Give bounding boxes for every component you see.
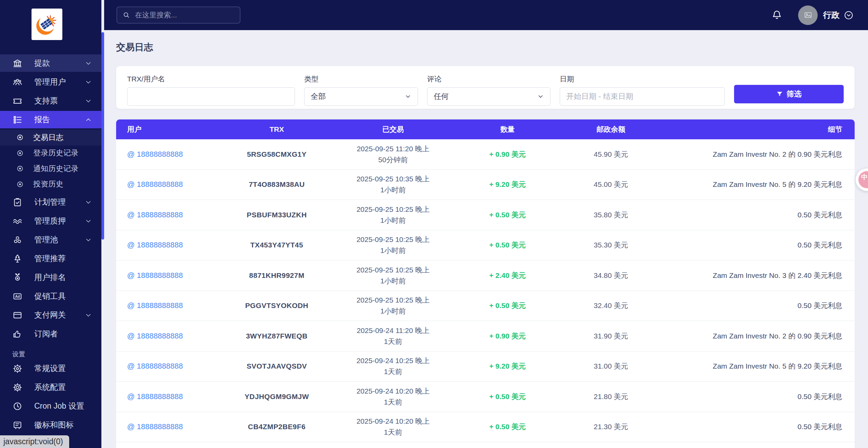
user-link[interactable]: @ 18888888888	[127, 301, 183, 310]
transaction-ago: 50分钟前	[330, 154, 456, 165]
table-cell: Zam Zam Investr No. 5 的 9.20 美元利息	[662, 180, 855, 189]
users-icon	[12, 77, 23, 87]
sidebar-item-logo-and-icons[interactable]: 徽标和图标	[0, 416, 101, 434]
sidebar-item-label: 通知历史记录	[33, 164, 92, 174]
bank-icon	[12, 58, 23, 68]
translate-zh-glyph: 中	[861, 173, 868, 182]
user-link[interactable]: @ 18888888888	[127, 362, 183, 370]
sidebar-item-support-tickets[interactable]: 支持票	[0, 92, 101, 110]
chevron-down-icon	[84, 59, 92, 67]
filter-button[interactable]: 筛选	[734, 85, 844, 103]
transaction-ago: 1小时前	[330, 306, 456, 317]
sidebar-menu: 提款管理用户支持票报告交易日志登录历史记录通知历史记录投资历史计划管理管理质押管…	[0, 53, 101, 435]
chevron-down-icon	[84, 311, 92, 319]
user-link[interactable]: @ 18888888888	[127, 392, 183, 401]
table-cell: + 0.90 美元	[456, 150, 559, 159]
sidebar-item-notification-history[interactable]: 通知历史记录	[0, 161, 101, 177]
sidebar-item-manage-staking[interactable]: 管理质押	[0, 212, 101, 230]
clock-icon	[12, 401, 23, 411]
date-range-input[interactable]	[566, 92, 718, 101]
table-cell: 3WYHZ87FWEQB	[223, 332, 331, 340]
table-cell: + 0.50 美元	[456, 301, 559, 310]
table-cell: 35.30 美元	[559, 240, 663, 250]
table-cell: 0.50 美元利息	[662, 422, 855, 432]
sidebar-item-label: 管理池	[34, 234, 84, 245]
table-cell: @ 18888888888	[116, 241, 223, 249]
amount: + 0.50 美元	[489, 393, 526, 400]
post-balance: 45.00 美元	[594, 180, 628, 188]
table-cell: YDJHQGM9GMJW	[223, 393, 331, 401]
table-cell: 31.00 美元	[559, 361, 663, 371]
table-row: @ 188888888885RSG58CMXG1Y2025-09-25 11:2…	[116, 139, 855, 170]
global-search[interactable]	[116, 7, 240, 24]
sidebar-scrollbar-track[interactable]	[101, 30, 104, 448]
table-cell: TX453Y47YT45	[223, 241, 331, 249]
details: 0.50 美元利息	[797, 302, 842, 309]
sidebar-item-label: 交易日志	[33, 132, 92, 143]
remark-select[interactable]: 任何	[427, 87, 550, 106]
sidebar-item-user-ranking[interactable]: 用户排名	[0, 269, 101, 286]
table-cell: @ 18888888888	[116, 150, 223, 159]
table-cell: 2025-09-24 10:25 晚上1天前	[330, 355, 456, 377]
sidebar-item-subscribers[interactable]: 订阅者	[0, 325, 101, 343]
table-cell: 2025-09-25 11:20 晚上50分钟前	[330, 143, 456, 165]
avatar[interactable]	[798, 5, 818, 25]
user-link[interactable]: @ 18888888888	[127, 210, 183, 219]
sidebar-item-payment-gateways[interactable]: 支付网关	[0, 306, 101, 324]
details: 0.50 美元利息	[797, 393, 842, 400]
sidebar-item-manage-pools[interactable]: 管理池	[0, 231, 101, 248]
user-menu-chevron-icon[interactable]	[844, 10, 854, 20]
type-select[interactable]: 全部	[304, 87, 418, 106]
chevron-down-icon	[84, 217, 92, 225]
ticket-icon	[12, 96, 23, 106]
funnel-icon	[776, 91, 783, 98]
sidebar-item-plan-management[interactable]: 计划管理	[0, 193, 101, 211]
user-link[interactable]: @ 18888888888	[127, 241, 183, 249]
transaction-date: 2025-09-24 11:20 晚上	[330, 325, 456, 336]
user-link[interactable]: @ 18888888888	[127, 332, 183, 340]
sidebar-item-system-configuration[interactable]: 系统配置	[0, 379, 101, 396]
trx-username-input[interactable]	[134, 92, 288, 101]
remark-label: 评论	[427, 74, 550, 84]
sidebar-scrollbar-thumb[interactable]	[101, 32, 104, 240]
table-cell: 45.90 美元	[559, 150, 663, 159]
transaction-date: 2025-09-25 10:25 晚上	[330, 295, 456, 306]
sidebar-item-general-settings[interactable]: 常规设置	[0, 360, 101, 377]
sidebar-item-investment-history[interactable]: 投资历史	[0, 177, 101, 192]
sidebar-item-manage-referrals[interactable]: 管理推荐	[0, 250, 101, 267]
sidebar-item-transaction-log[interactable]: 交易日志	[0, 130, 101, 145]
trx-code: SVOTJAAVQSDV	[247, 362, 307, 370]
table-cell: 35.80 美元	[559, 210, 663, 220]
trx-code: 5RSG58CMXG1Y	[247, 150, 307, 158]
user-link[interactable]: @ 18888888888	[127, 150, 183, 158]
table-cell: 21.80 美元	[559, 392, 663, 401]
table-cell: 8871KHR9927M	[223, 271, 331, 280]
chevron-down-icon	[84, 236, 92, 244]
sidebar-item-promotion-tools[interactable]: Ad促销工具	[0, 287, 101, 305]
brand-logo[interactable]	[32, 9, 62, 40]
user-link[interactable]: @ 18888888888	[127, 422, 183, 431]
table-cell: Zam Zam Investr No. 2 的 0.90 美元利息	[662, 331, 855, 341]
transaction-ago: 1小时前	[330, 276, 456, 286]
table-cell: + 9.20 美元	[456, 361, 559, 371]
sidebar-item-manage-users[interactable]: 管理用户	[0, 73, 101, 91]
search-input[interactable]	[135, 11, 234, 19]
table-cell: + 0.50 美元	[456, 392, 559, 401]
sidebar-item-cron-job-settings[interactable]: Cron Job 设置	[0, 397, 101, 415]
notification-bell-icon[interactable]	[771, 9, 782, 21]
translate-widget-button[interactable]: 中 A	[856, 168, 868, 191]
sidebar-item-reports[interactable]: 报告	[0, 111, 101, 128]
sidebar-item-withdrawals[interactable]: 提款	[0, 54, 101, 72]
sidebar-item-label: 常规设置	[34, 363, 92, 374]
post-balance: 35.30 美元	[594, 241, 628, 249]
clipboard-icon	[12, 197, 23, 207]
pool-icon	[12, 235, 23, 245]
remark-select-value: 任何	[434, 91, 449, 102]
table-cell: Zam Zam Investr No. 2 的 0.90 美元利息	[662, 150, 855, 159]
user-link[interactable]: @ 18888888888	[127, 180, 183, 189]
transaction-ago: 1小时前	[330, 184, 456, 195]
user-link[interactable]: @ 18888888888	[127, 271, 183, 280]
sidebar-item-login-history[interactable]: 登录历史记录	[0, 145, 101, 161]
amount: + 0.50 美元	[489, 423, 526, 431]
table-cell: + 9.20 美元	[456, 180, 559, 189]
